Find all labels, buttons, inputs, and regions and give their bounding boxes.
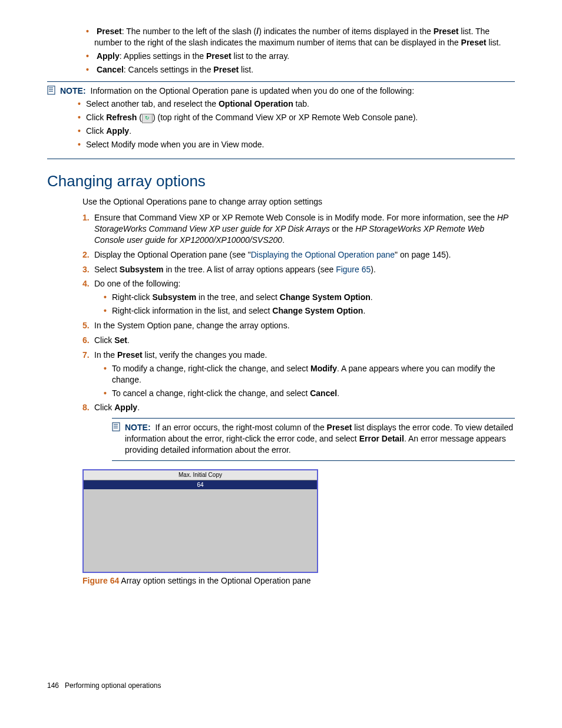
- bullet-apply: Apply: Applies settings in the Preset li…: [94, 51, 515, 62]
- text: : The number to the left of the slash (: [122, 27, 257, 36]
- note-bullet: Select Modify mode when you are in View …: [86, 139, 418, 150]
- note-block: NOTE:Information on the Optional Operati…: [47, 85, 515, 153]
- label: Preset: [461, 38, 487, 47]
- step-2: 2. Display the Optional Operation pane (…: [94, 249, 515, 261]
- step-8: 8.Click Apply.: [94, 402, 515, 413]
- text: list to the array.: [232, 51, 290, 61]
- page-number: 146: [47, 681, 59, 690]
- svg-rect-4: [113, 423, 120, 431]
- section-heading: Changing array options: [47, 171, 515, 192]
- step-6: 6.Click Set.: [94, 335, 515, 346]
- label: Cancel: [97, 65, 124, 74]
- note-divider: [47, 159, 515, 159]
- note-bullet: Click Refresh (↻) (top right of the Comm…: [86, 112, 418, 123]
- refresh-icon: ↻: [142, 114, 153, 123]
- figure-caption-text: Array option settings in the Optional Op…: [119, 576, 310, 585]
- note-text: Information on the Optional Operation pa…: [91, 86, 415, 95]
- note-content: NOTE:If an error occurs, the right-most …: [125, 422, 515, 456]
- sub-bullet: To cancel a change, right-click the chan…: [112, 388, 515, 399]
- note-icon: [47, 85, 58, 98]
- label: Preset: [97, 27, 122, 36]
- text: ) indicates the number of items displaye…: [259, 27, 434, 36]
- page-footer: 146 Performing optional operations: [47, 681, 515, 690]
- note-label: NOTE:: [125, 423, 151, 432]
- step-3: 3. Select Subsystem in the tree. A list …: [94, 264, 515, 275]
- note-bullet: Click Apply.: [86, 126, 418, 137]
- text: list.: [239, 65, 253, 74]
- text: : Cancels settings in the: [124, 65, 214, 74]
- step-5: 5.In the System Option pane, change the …: [94, 320, 515, 331]
- note-block-2: NOTE:If an error occurs, the right-most …: [112, 422, 515, 456]
- top-bullets: Preset: The number to the left of the sl…: [82, 26, 515, 75]
- link-display-pane[interactable]: Displaying the Optional Operation pane: [251, 250, 395, 259]
- intro-text: Use the Optional Operations pane to chan…: [82, 196, 515, 207]
- note-divider: [47, 81, 515, 82]
- sub-bullet: To modify a change, right-click the chan…: [112, 363, 515, 386]
- sub-bullet: Right-click information in the list, and…: [112, 305, 515, 317]
- figure-selected-row: 64: [84, 480, 317, 490]
- label: Preset: [213, 65, 239, 74]
- note-content: NOTE:Information on the Optional Operati…: [60, 85, 418, 153]
- svg-rect-0: [48, 86, 55, 94]
- text: list.: [486, 38, 501, 47]
- figure-column-header: Max. Initial Copy: [84, 470, 317, 480]
- step-7-sublist: To modify a change, right-click the chan…: [100, 363, 515, 399]
- sub-bullet: Right-click Subsystem in the tree, and s…: [112, 292, 515, 303]
- note-icon: [112, 422, 123, 434]
- note-divider: [112, 418, 515, 419]
- link-figure-65[interactable]: Figure 65: [336, 265, 371, 274]
- step-7: 7. In the Preset list, verify the change…: [94, 350, 515, 399]
- section-body: Use the Optional Operations pane to chan…: [82, 196, 515, 461]
- figure-empty-area: [84, 489, 317, 572]
- bullet-preset: Preset: The number to the left of the sl…: [94, 26, 515, 48]
- note-bullets: Select another tab, and reselect the Opt…: [74, 98, 418, 150]
- note-bullet: Select another tab, and reselect the Opt…: [86, 98, 418, 110]
- text: : Applies settings in the: [120, 51, 206, 61]
- figure-64-image: Max. Initial Copy 64: [82, 469, 318, 573]
- label: Apply: [97, 51, 120, 61]
- step-4: 4. Do one of the following: Right-click …: [94, 278, 515, 317]
- definition-list: Preset: The number to the left of the sl…: [82, 26, 515, 75]
- procedure-list: 1. Ensure that Command View XP or XP Rem…: [82, 212, 515, 413]
- bullet-cancel: Cancel: Cancels settings in the Preset l…: [94, 64, 515, 75]
- note-divider: [112, 460, 515, 461]
- step-1: 1. Ensure that Command View XP or XP Rem…: [94, 212, 515, 246]
- step-4-sublist: Right-click Subsystem in the tree, and s…: [100, 292, 515, 317]
- figure-label: Figure 64: [82, 576, 119, 585]
- label: Preset: [206, 51, 232, 61]
- footer-text: Performing optional operations: [65, 681, 161, 690]
- note-label: NOTE:: [60, 86, 86, 95]
- figure-caption: Figure 64 Array option settings in the O…: [82, 575, 515, 587]
- label: Preset: [434, 27, 459, 36]
